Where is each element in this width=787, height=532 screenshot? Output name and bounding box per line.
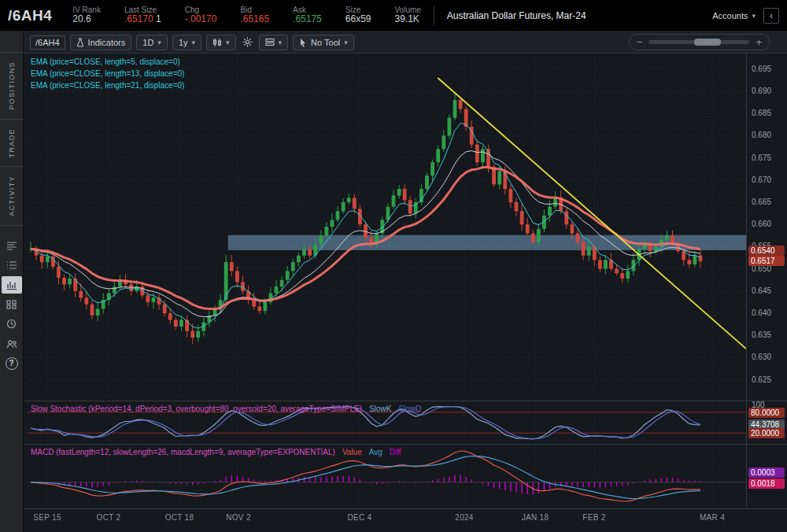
quote-field-iv-rank: IV Rank20.6 <box>72 6 101 25</box>
chart-type-dropdown[interactable]: ▾ <box>206 35 236 50</box>
chevron-left-icon: ‹ <box>770 10 773 21</box>
flask-icon <box>76 38 84 47</box>
zoom-slider[interactable] <box>648 40 749 44</box>
accounts-label: Accounts <box>712 11 748 20</box>
zoom-in-button[interactable]: + <box>756 37 762 47</box>
time-axis-label: JAN 18 <box>516 513 554 522</box>
price-tick-label: 0.635 <box>752 331 771 339</box>
quote-field-value: 39.1K <box>394 14 419 25</box>
chart-toolbar: /6AH4 Indicators 1D ▾ 1y ▾ ▾ ▾ <box>24 31 787 54</box>
help-icon[interactable]: ? <box>2 355 22 372</box>
indicators-button[interactable]: Indicators <box>70 35 132 50</box>
quote-field-bid: Bid.65165 <box>240 6 269 25</box>
quote-field-last-size: Last Size.65170 1 <box>124 6 161 25</box>
price-tick-label: 0.685 <box>752 109 771 117</box>
quote-field-value: .65175 <box>293 14 322 25</box>
range-dropdown[interactable]: 1y ▾ <box>172 35 201 50</box>
chevron-down-icon: ▾ <box>226 39 230 46</box>
zoom-control: − + <box>629 34 770 50</box>
quote-field-volume: Volume39.1K <box>394 6 420 25</box>
candlestick-icon <box>212 38 222 47</box>
price-tick-label: 0.660 <box>752 220 771 228</box>
time-axis-label: OCT 2 <box>90 513 127 522</box>
pane-divider[interactable] <box>24 444 787 445</box>
apps-icon[interactable] <box>2 296 22 313</box>
watchlist-icon[interactable] <box>2 257 22 274</box>
instrument-title: Australian Dollar Futures, Mar-24 <box>447 10 586 21</box>
studies-dropdown[interactable]: ▾ <box>259 35 289 50</box>
range-value: 1y <box>179 38 188 47</box>
price-tick-label: 0.670 <box>752 175 771 184</box>
drawing-tool-value: No Tool <box>311 38 340 47</box>
sidebar-tab-label: ACTIVITY <box>8 175 16 216</box>
time-axis-label: NOV 2 <box>220 513 257 522</box>
chart-area: /6AH4 Indicators 1D ▾ 1y ▾ ▾ ▾ <box>24 31 787 532</box>
header-divider <box>434 6 434 25</box>
candlestick-series <box>29 94 703 345</box>
chart-icon[interactable] <box>2 276 22 294</box>
macd-series-value: Value <box>342 448 362 456</box>
ema-indicator-label: EMA (price=CLOSE, length=5, displace=0) <box>31 56 184 68</box>
sidebar-tab-activity[interactable]: ACTIVITY <box>0 167 24 226</box>
quote-field-value: -.00170 <box>185 14 217 25</box>
chart-symbol-badge: /6AH4 <box>30 35 65 50</box>
time-axis-label: MAR 4 <box>693 513 731 522</box>
indicators-label: Indicators <box>88 38 126 47</box>
ema-indicator-label: EMA (price=CLOSE, length=13, displace=0) <box>31 68 184 79</box>
sidebar-tabs: POSITIONS TRADE ACTIVITY <box>0 52 24 226</box>
time-axis[interactable]: SEP 15OCT 2OCT 18NOV 2DEC 42024JAN 18FEB… <box>24 508 787 527</box>
community-icon[interactable] <box>2 335 22 353</box>
gear-icon <box>242 37 253 47</box>
time-axis-label: SEP 15 <box>28 513 66 522</box>
zoom-slider-handle[interactable] <box>694 39 721 46</box>
trendline[interactable] <box>438 78 746 349</box>
sidebar-icon-rail: ? <box>2 237 22 372</box>
zoom-out-button[interactable]: − <box>637 37 643 47</box>
stochastic-label-row: Slow Stochastic (kPeriod=14, dPeriod=3, … <box>31 405 421 413</box>
price-tick-label: 0.680 <box>752 131 771 139</box>
quote-field-value: 20.6 <box>72 14 91 25</box>
price-axis[interactable]: 0.6950.6900.6850.6800.6750.6700.6650.660… <box>746 54 787 507</box>
chevron-down-icon: ▾ <box>157 39 161 46</box>
price-chart[interactable] <box>28 54 746 400</box>
quote-field-value: .65170 1 <box>124 14 161 25</box>
chevron-down-icon: ▾ <box>752 12 756 20</box>
macd-label-row: MACD (fastLength=12, slowLength=26, macd… <box>31 448 401 456</box>
quote-field-size: Size66x59 <box>345 6 371 25</box>
chevron-down-icon: ▾ <box>344 39 348 46</box>
price-tick-label: 0.625 <box>752 375 771 384</box>
timeframe-value: 1D <box>142 38 153 47</box>
price-tick-label: 0.690 <box>752 87 771 95</box>
macd-diff-histogram <box>31 475 700 494</box>
sidebar-tab-label: POSITIONS <box>8 61 16 110</box>
ema-indicator-label: EMA (price=CLOSE, length=21, displace=0) <box>31 79 184 91</box>
stoch-axis-flag: 20.0000 <box>748 428 785 438</box>
quote-fields: IV Rank20.6Last Size.65170 1Chg-.00170Bi… <box>72 6 420 25</box>
quote-field-ask: Ask.65175 <box>293 6 322 25</box>
layers-icon <box>265 38 275 46</box>
quotes-icon[interactable] <box>2 237 22 254</box>
drawing-tool-dropdown[interactable]: No Tool ▾ <box>293 35 354 50</box>
collapse-panel-button[interactable]: ‹ <box>763 8 779 24</box>
sidebar-tab-label: TRADE <box>8 128 16 158</box>
chart-settings-button[interactable] <box>241 37 254 47</box>
symbol-title: /6AH4 <box>8 7 52 24</box>
quote-header: /6AH4 IV Rank20.6Last Size.65170 1Chg-.0… <box>0 0 787 31</box>
trading-app-window: /6AH4 IV Rank20.6Last Size.65170 1Chg-.0… <box>0 0 787 532</box>
pane-divider[interactable] <box>24 401 787 401</box>
timeframe-dropdown[interactable]: 1D ▾ <box>136 35 168 50</box>
macd-avg-line <box>31 456 700 499</box>
sidebar-tab-trade[interactable]: TRADE <box>0 120 24 168</box>
quote-field-value: .65165 <box>240 14 269 25</box>
accounts-dropdown[interactable]: Accounts ▾ <box>712 11 756 20</box>
stoch-series-slowd: SlowD <box>398 405 421 413</box>
price-flag: 0.6517 <box>748 256 785 266</box>
macd-series-diff: Diff <box>390 448 401 456</box>
price-tick-label: 0.645 <box>752 286 771 295</box>
left-sidebar: POSITIONS TRADE ACTIVITY <box>0 31 24 532</box>
cursor-icon <box>299 38 307 47</box>
history-icon[interactable] <box>2 316 22 333</box>
time-axis-label: FEB 2 <box>575 513 613 522</box>
sidebar-tab-positions[interactable]: POSITIONS <box>0 52 24 120</box>
macd-axis-flag: 0.0003 <box>748 467 785 478</box>
